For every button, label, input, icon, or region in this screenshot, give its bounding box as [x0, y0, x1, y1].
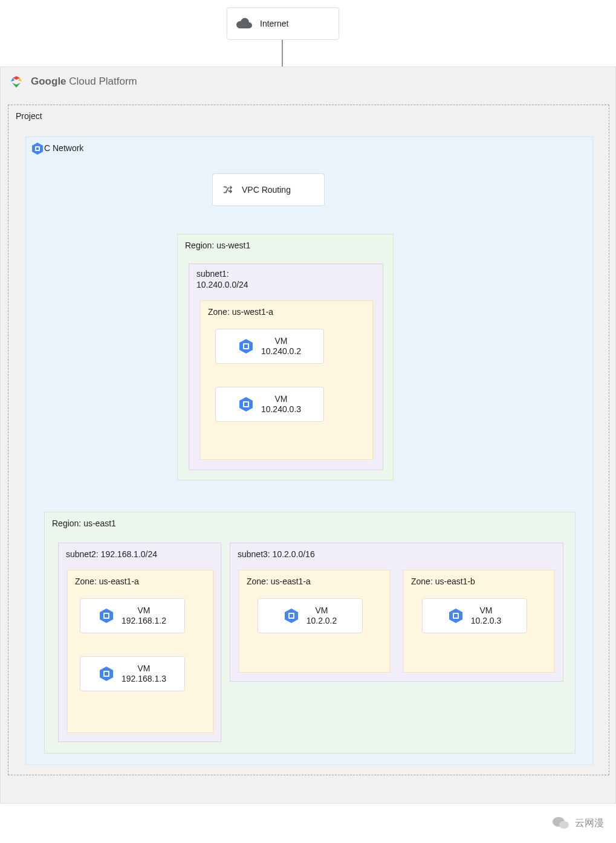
compute-icon [238, 396, 254, 412]
region-west-label: Region: us-west1 [185, 241, 250, 250]
zone-usw1a: Zone: us-west1-a VM 10.240.0.2 [200, 300, 373, 460]
diagram-canvas: Internet Google Cloud Platform Project C… [0, 0, 616, 843]
internet-label: Internet [260, 18, 288, 29]
region-west: Region: us-west1 subnet1: 10.240.0.0/24 … [177, 234, 394, 480]
vm-192-168-1-3: VM 192.168.1.3 [80, 656, 185, 691]
vm-label: VM [306, 606, 337, 616]
vm-label: VM [261, 336, 301, 347]
vpc-routing-card: VPC Routing [212, 173, 325, 206]
vm-ip: 192.168.1.3 [122, 674, 166, 685]
gcp-logo-icon [8, 74, 25, 91]
svg-rect-30 [105, 672, 108, 676]
vm-ip: 10.2.0.2 [306, 616, 337, 627]
vm-10-2-0-2: VM 10.2.0.2 [258, 598, 363, 633]
vpc-network-container: C Network VPC Routing Region: us-west1 s… [25, 137, 593, 765]
svg-rect-21 [244, 344, 248, 348]
subnet1-cidr: 10.240.0.0/24 [196, 280, 248, 289]
svg-rect-24 [244, 402, 248, 406]
vpc-routing-label: VPC Routing [242, 184, 291, 195]
compute-icon [99, 608, 114, 624]
internet-card: Internet [227, 7, 339, 40]
subnet1: subnet1: 10.240.0.0/24 Zone: us-west1-a … [189, 263, 383, 470]
region-east: Region: us-east1 subnet2: 192.168.1.0/24… [44, 512, 575, 754]
subnet3: subnet3: 10.2.0.0/16 Zone: us-east1-a VM… [230, 543, 563, 682]
svg-rect-36 [454, 614, 458, 618]
vm-ip: 10.240.0.2 [261, 346, 301, 357]
project-label: Project [16, 111, 42, 121]
svg-rect-33 [290, 614, 293, 618]
vpc-network-icon [31, 142, 44, 155]
svg-rect-18 [36, 147, 39, 150]
svg-point-38 [559, 821, 569, 829]
zone-use1a-s2: Zone: us-east1-a VM 192.168.1.2 [67, 570, 213, 733]
region-east-label: Region: us-east1 [52, 518, 116, 528]
vm-192-168-1-2: VM 192.168.1.2 [80, 598, 185, 633]
subnet1-label: subnet1: [196, 269, 229, 279]
zone-use1b-s3: Zone: us-east1-b VM 10.2.0.3 [403, 570, 554, 673]
subnet2-label: subnet2: 192.168.1.0/24 [66, 549, 157, 559]
zone-use1a-s3: Zone: us-east1-a VM 10.2.0.2 [239, 570, 390, 673]
vm-label: VM [261, 394, 301, 405]
svg-rect-27 [105, 614, 108, 618]
wechat-icon [552, 815, 570, 831]
watermark: 云网漫 [552, 815, 604, 831]
cloud-icon [236, 18, 253, 30]
zone-use1a-s3-label: Zone: us-east1-a [247, 577, 311, 586]
vm-label: VM [122, 664, 166, 674]
shuffle-icon [221, 183, 235, 196]
zone-use1a-s2-label: Zone: us-east1-a [75, 577, 139, 586]
zone-use1b-s3-label: Zone: us-east1-b [411, 577, 475, 586]
vpc-label: C Network [44, 143, 83, 153]
vm-ip: 10.240.0.3 [261, 404, 301, 415]
vm-ip: 10.2.0.3 [471, 616, 502, 627]
subnet3-label: subnet3: 10.2.0.0/16 [238, 549, 315, 559]
vm-10-2-0-3: VM 10.2.0.3 [422, 598, 527, 633]
subnet2: subnet2: 192.168.1.0/24 Zone: us-east1-a… [58, 543, 221, 742]
gcp-container: Google Cloud Platform Project C Network … [0, 66, 616, 804]
compute-icon [284, 608, 299, 624]
compute-icon [238, 338, 254, 354]
vm-label: VM [122, 606, 166, 616]
vm-10-240-0-3: VM 10.240.0.3 [215, 387, 324, 422]
compute-icon [448, 608, 464, 624]
gcp-title: Google Cloud Platform [31, 76, 137, 88]
compute-icon [99, 666, 114, 682]
vm-label: VM [471, 606, 502, 616]
zone-usw1a-label: Zone: us-west1-a [208, 307, 273, 317]
vm-10-240-0-2: VM 10.240.0.2 [215, 329, 324, 364]
vm-ip: 192.168.1.2 [122, 616, 166, 627]
watermark-text: 云网漫 [575, 817, 604, 830]
project-container: Project C Network VPC Routing Region: us… [8, 105, 609, 775]
